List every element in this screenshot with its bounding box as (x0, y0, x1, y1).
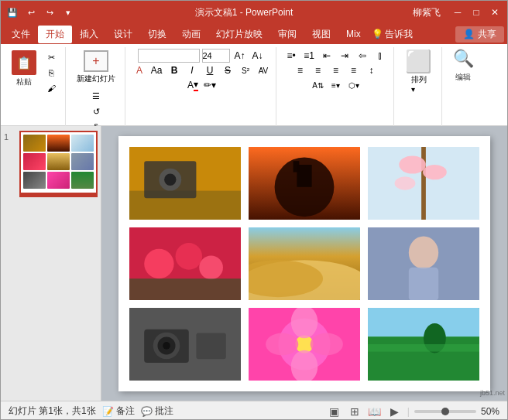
status-left: 幻灯片 第1张，共1张 📝 备注 💬 批注 (9, 405, 173, 418)
rtl-button[interactable]: ⇦ (355, 49, 370, 63)
comments-button[interactable]: 💬 批注 (141, 405, 173, 418)
zoom-slider[interactable] (414, 410, 476, 413)
numbered-list-button[interactable]: ≡1 (301, 49, 317, 63)
slideshow-button[interactable]: ▶ (387, 404, 403, 419)
svg-rect-43 (368, 344, 479, 352)
decrease-indent-button[interactable]: ⇤ (319, 49, 335, 63)
svg-rect-7 (297, 165, 311, 187)
slide-layout-button[interactable]: ☰ (88, 89, 104, 103)
reading-view-button[interactable]: 📖 (367, 404, 383, 419)
customize-icon[interactable]: ▾ (61, 5, 75, 19)
format-painter-button[interactable]: 🖌 (42, 81, 60, 95)
font-color-button[interactable]: A (132, 63, 147, 77)
edit-button[interactable]: 编辑 (455, 72, 471, 83)
slide-thumbnail[interactable] (19, 131, 98, 197)
photo-cell-5[interactable] (249, 227, 360, 300)
svg-rect-39 (368, 308, 479, 381)
menu-review[interactable]: 审阅 (270, 26, 304, 43)
align-row: ≡ ≡ ≡ ≡ ↕ (293, 63, 379, 77)
font-aa-button[interactable]: Aa (149, 63, 164, 77)
photo-cell-8[interactable] (249, 308, 360, 381)
menu-mix[interactable]: Mix (338, 26, 369, 42)
menu-animations[interactable]: 动画 (174, 26, 208, 43)
arrange-button[interactable]: 排列▾ (411, 77, 427, 90)
photo-cell-3[interactable] (368, 147, 479, 220)
normal-view-button[interactable]: ▣ (327, 404, 342, 419)
align-text-button[interactable]: ≡▾ (328, 78, 344, 92)
increase-font-button[interactable]: A↑ (232, 49, 248, 63)
share-button[interactable]: 👤 共享 (455, 26, 504, 43)
photo-cell-9[interactable] (368, 308, 479, 381)
reset-slide-button[interactable]: ↺ (88, 104, 104, 118)
convert-to-smartart-button[interactable]: ⬡▾ (346, 78, 362, 92)
canvas-area[interactable] (101, 126, 507, 401)
justify-button[interactable]: ≡ (346, 63, 362, 77)
paste-button[interactable]: 📋 粘贴 (9, 49, 39, 89)
tell-me-label[interactable]: 告诉我 (385, 28, 413, 41)
photo-cell-6[interactable] (368, 227, 479, 300)
draw-shapes-area[interactable]: ⬜ (405, 49, 432, 74)
photo-cell-2[interactable] (249, 147, 360, 220)
bullet-list-button[interactable]: ≡• (283, 49, 299, 63)
bold-button[interactable]: B (166, 63, 182, 77)
slide-sorter-button[interactable]: ⊞ (347, 404, 362, 419)
italic-button[interactable]: I (184, 63, 200, 77)
underline-button[interactable]: U (202, 63, 218, 77)
undo-icon[interactable]: ↩ (24, 5, 38, 19)
align-left-button[interactable]: ≡ (293, 63, 308, 77)
slide-number: 1 (4, 132, 9, 142)
svg-point-37 (266, 333, 298, 355)
menu-slideshow[interactable]: 幻灯片放映 (208, 26, 270, 43)
cut-button[interactable]: ✂ (42, 50, 60, 64)
new-slide-button[interactable]: + 新建幻灯片 (72, 49, 120, 86)
svg-rect-14 (129, 227, 241, 300)
notes-button[interactable]: 📝 备注 (102, 405, 135, 418)
font-size-input[interactable] (202, 49, 230, 63)
font-format-row: A Aa B I U S S² AV (132, 63, 271, 77)
font-name-row: A↑ A↓ (138, 49, 266, 63)
svg-rect-0 (129, 147, 241, 220)
menu-design[interactable]: 设计 (106, 26, 140, 43)
align-right-button[interactable]: ≡ (328, 63, 344, 77)
decrease-font-button[interactable]: A↓ (250, 49, 266, 63)
align-center-button[interactable]: ≡ (311, 63, 326, 77)
redo-icon[interactable]: ↪ (43, 5, 57, 19)
svg-point-29 (157, 336, 175, 354)
photo-cell-4[interactable] (129, 227, 241, 300)
maximize-button[interactable]: □ (469, 6, 484, 19)
close-button[interactable]: ✕ (487, 6, 503, 19)
menu-view[interactable]: 视图 (304, 26, 338, 43)
title-bar-right: 柳紫飞 ─ □ ✕ (413, 6, 503, 19)
photo-cell-7[interactable] (129, 308, 241, 381)
svg-point-3 (159, 168, 181, 190)
font-name-input[interactable] (138, 49, 200, 63)
menu-transitions[interactable]: 切换 (140, 26, 174, 43)
svg-rect-27 (144, 329, 189, 362)
slide-canvas[interactable] (118, 136, 490, 391)
svg-point-15 (144, 248, 173, 278)
find-icon[interactable]: 🔍 (453, 49, 474, 69)
increase-indent-button[interactable]: ⇥ (337, 49, 352, 63)
line-spacing-button[interactable]: ↕ (364, 63, 379, 77)
save-icon[interactable]: 💾 (5, 5, 19, 19)
thumb-img-1 (23, 135, 46, 152)
highlight-button[interactable]: ✏▾ (202, 78, 218, 92)
copy-button[interactable]: ⎘ (42, 66, 60, 80)
columns-button[interactable]: ⫿ (372, 49, 388, 63)
svg-point-30 (163, 342, 170, 350)
draw-group-content: ⬜ 排列▾ (405, 47, 432, 135)
char-spacing-button[interactable]: AV (256, 63, 271, 77)
text-direction-button[interactable]: A⇅ (311, 78, 326, 92)
font-color2-button[interactable]: A▾ (185, 78, 201, 92)
title-bar: 💾 ↩ ↪ ▾ 演示文稿1 - PowerPoint 柳紫飞 ─ □ ✕ (1, 1, 507, 24)
svg-point-28 (153, 332, 180, 359)
menu-insert[interactable]: 插入 (72, 26, 106, 43)
menu-home[interactable]: 开始 (38, 26, 72, 43)
menu-file[interactable]: 文件 (4, 26, 38, 43)
comments-label: 批注 (155, 405, 173, 418)
status-right: ▣ ⊞ 📖 ▶ | 50% (327, 404, 499, 419)
minimize-button[interactable]: ─ (450, 6, 465, 19)
strikethrough-button[interactable]: S (220, 63, 235, 77)
photo-cell-1[interactable] (129, 147, 241, 220)
shadow-button[interactable]: S² (238, 63, 253, 77)
